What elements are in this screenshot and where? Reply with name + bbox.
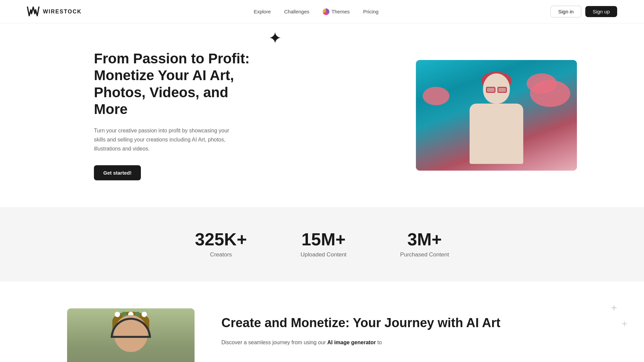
plus-decoration-1: +: [611, 302, 617, 314]
nav-buttons: Sign in Sign up: [550, 6, 617, 17]
nav-item-themes[interactable]: Themes: [323, 8, 350, 15]
signup-button[interactable]: Sign up: [585, 6, 617, 17]
nav-link-challenges[interactable]: Challenges: [284, 9, 309, 14]
statue-body: [470, 104, 523, 164]
second-description-link[interactable]: AI image generator: [327, 340, 376, 345]
nav-link-pricing[interactable]: Pricing: [363, 9, 378, 14]
hero-content: ✦ From Passion to Profit: Monetize Your …: [94, 50, 262, 180]
stat-creators-label: Creators: [195, 251, 247, 258]
nav-item-pricing[interactable]: Pricing: [363, 9, 378, 15]
statue-head: [483, 73, 510, 104]
stat-uploaded: 15M+ Uploaded Content: [301, 231, 346, 258]
navbar: WIRESTOCK Explore Challenges Themes Pric…: [0, 0, 644, 23]
nav-link-explore[interactable]: Explore: [254, 9, 271, 14]
flower-1: [115, 312, 120, 317]
second-description: Discover a seamless journey from using o…: [221, 338, 577, 347]
stat-uploaded-label: Uploaded Content: [301, 251, 346, 258]
themes-icon: [323, 8, 329, 15]
cloud-decoration-3: [423, 87, 449, 105]
statue-figure: [449, 70, 543, 171]
second-section: Create and Monetize: Your Journey with A…: [0, 282, 644, 362]
nav-label-themes: Themes: [331, 9, 350, 14]
hero-image-container: [416, 60, 577, 171]
hero-section: ✦ From Passion to Profit: Monetize Your …: [0, 23, 644, 207]
flower-5: [142, 312, 147, 317]
logo[interactable]: WIRESTOCK: [27, 6, 82, 17]
stat-purchased: 3M+ Purchased Content: [400, 231, 449, 258]
signin-button[interactable]: Sign in: [550, 6, 581, 17]
hero-image: [416, 60, 577, 171]
second-description-start: Discover a seamless journey from using o…: [221, 340, 327, 345]
second-section-image: [67, 308, 195, 362]
stat-creators: 325K+ Creators: [195, 231, 247, 258]
stat-purchased-label: Purchased Content: [400, 251, 449, 258]
starburst-decoration: ✦: [268, 30, 282, 46]
stat-creators-number: 325K+: [195, 231, 247, 248]
second-section-content: Create and Monetize: Your Journey with A…: [221, 308, 577, 347]
get-started-button[interactable]: Get started!: [94, 165, 141, 180]
nav-link-themes[interactable]: Themes: [323, 8, 350, 15]
second-title: Create and Monetize: Your Journey with A…: [221, 315, 577, 331]
hero-title: From Passion to Profit: Monetize Your AI…: [94, 50, 262, 118]
statue-glasses: [485, 87, 508, 94]
nav-item-challenges[interactable]: Challenges: [284, 9, 309, 15]
hero-subtitle: Turn your creative passion into profit b…: [94, 126, 235, 154]
logo-icon: [27, 6, 40, 17]
stat-purchased-number: 3M+: [400, 231, 449, 248]
second-description-end: to: [376, 340, 382, 345]
glasses-right: [497, 87, 507, 93]
brand-name: WIRESTOCK: [43, 9, 82, 15]
stat-uploaded-number: 15M+: [301, 231, 346, 248]
stats-section: 325K+ Creators 15M+ Uploaded Content 3M+…: [0, 207, 644, 282]
plus-decoration-2: +: [622, 318, 627, 329]
nav-links: Explore Challenges Themes Pricing: [254, 8, 378, 15]
nav-item-explore[interactable]: Explore: [254, 9, 271, 15]
glasses-left: [486, 87, 495, 93]
